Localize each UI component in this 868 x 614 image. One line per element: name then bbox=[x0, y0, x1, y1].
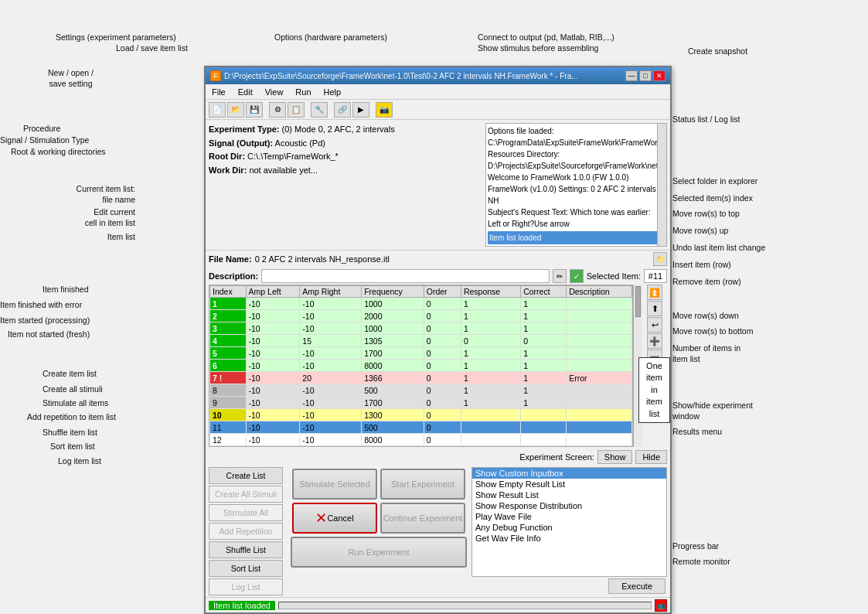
menu-edit[interactable]: Edit bbox=[235, 87, 256, 97]
scroll-thumb bbox=[635, 286, 641, 317]
remote-monitor-icon[interactable]: 📺 bbox=[655, 599, 667, 612]
close-button[interactable]: ✕ bbox=[653, 70, 665, 81]
edit-cell-annotation: Edit current cell in item list bbox=[43, 207, 135, 228]
log-scrollbar[interactable] bbox=[657, 124, 666, 246]
load-save-list-button[interactable]: 📋 bbox=[288, 102, 305, 118]
menu-view[interactable]: View bbox=[262, 87, 287, 97]
results-menu-item[interactable]: Show Custom Inputbox bbox=[472, 468, 666, 479]
create-list-button[interactable]: Create List bbox=[209, 467, 283, 484]
item-started-annotation: Item started (processing) bbox=[0, 316, 90, 326]
folder-browse-button[interactable]: 📁 bbox=[653, 252, 667, 266]
description-input[interactable] bbox=[261, 269, 549, 283]
confirm-edit-button[interactable]: ✓ bbox=[570, 269, 584, 283]
run-experiment-button[interactable]: Run Experiment bbox=[291, 537, 467, 568]
hide-experiment-button[interactable]: Hide bbox=[635, 450, 667, 464]
procedure-annotation: Procedure bbox=[23, 124, 60, 135]
sort-list-button[interactable]: Sort List bbox=[209, 560, 283, 577]
connect-output-button[interactable]: 🔗 bbox=[334, 102, 351, 118]
log-line-4: FrameWork (v1.0.0) Settings: 0 2 AFC 2 i… bbox=[488, 183, 665, 206]
table-row[interactable]: 12-10-1080000 bbox=[210, 434, 632, 446]
progress-bar-annotation: Progress bar bbox=[672, 541, 719, 552]
add-repetition-button[interactable]: Add Repetition bbox=[209, 523, 283, 540]
table-row[interactable]: 8-10-10500011 bbox=[210, 384, 632, 397]
file-name-row: File Name: 0 2 AFC 2 intervals NH_respon… bbox=[206, 250, 670, 268]
work-dir-row: Work Dir: not available yet... bbox=[209, 164, 482, 178]
move-top-annotation: Move row(s) to top bbox=[672, 209, 740, 220]
title-bar-controls[interactable]: — □ ✕ bbox=[625, 70, 665, 81]
table-row[interactable]: 6-10-108000011 bbox=[210, 360, 632, 372]
log-annotation: Log item list bbox=[58, 456, 101, 467]
move-top-button[interactable]: ⏫ bbox=[647, 285, 662, 300]
current-item-list-annotation: Current item list: file name bbox=[43, 184, 135, 205]
maximize-button[interactable]: □ bbox=[639, 70, 652, 81]
root-working-annotation: Root & working directories bbox=[11, 147, 106, 158]
save-button[interactable]: 💾 bbox=[246, 102, 263, 118]
log-list-button[interactable]: Log List bbox=[209, 578, 283, 595]
menu-help[interactable]: Help bbox=[321, 87, 345, 97]
selected-item-input[interactable] bbox=[644, 269, 667, 283]
results-menu-item[interactable]: Play Wave File bbox=[472, 511, 666, 522]
center-row-3: Run Experiment bbox=[291, 537, 467, 568]
table-row[interactable]: 1-10-101000011 bbox=[210, 298, 632, 310]
table-row[interactable]: 3-10-101000011 bbox=[210, 322, 632, 335]
menu-run[interactable]: Run bbox=[292, 87, 314, 97]
col-index: Index bbox=[210, 286, 247, 298]
log-line-5: Subject's Request Text: Which tone was e… bbox=[488, 206, 665, 230]
results-menu-list: Show Custom InputboxShow Empty Result Li… bbox=[471, 467, 667, 577]
continue-experiment-button[interactable]: Continue Experiment bbox=[380, 503, 465, 534]
experiment-screen-row: Experiment Screen: Show Hide bbox=[206, 449, 670, 466]
table-row[interactable]: 7 !-10201366011Error bbox=[210, 372, 632, 384]
table-row[interactable]: 10-10-1013000 bbox=[210, 409, 632, 421]
options-button[interactable]: 🔧 bbox=[311, 102, 328, 118]
stimulate-selected-button[interactable]: Stimulate Selected bbox=[292, 469, 377, 500]
execute-button[interactable]: Execute bbox=[608, 578, 665, 594]
create-all-stimuli-annotation: Create all stimuli bbox=[43, 384, 103, 395]
move-up-button[interactable]: ⬆ bbox=[647, 301, 662, 316]
results-menu-item[interactable]: Show Response Distribution bbox=[472, 500, 666, 511]
table-row[interactable]: 11-10-105000 bbox=[210, 421, 632, 434]
settings-annotation: Settings (experiment parameters) bbox=[56, 32, 176, 43]
item-not-started-annotation: Item not started (fresh) bbox=[8, 329, 90, 340]
menu-file[interactable]: File bbox=[209, 87, 229, 97]
left-buttons: Create List Create All Stimuli Stimulate… bbox=[209, 467, 286, 595]
col-frequency: Frequency bbox=[362, 286, 424, 298]
create-snapshot-annotation: Create snapshot bbox=[688, 46, 747, 57]
insert-row-button[interactable]: ➕ bbox=[647, 333, 662, 349]
selected-index-annotation: Selected item(s) index bbox=[672, 193, 753, 204]
shuffle-list-button[interactable]: Shuffle List bbox=[209, 541, 283, 558]
main-window: F D:\Projects\ExpSuite\Sourceforge\Frame… bbox=[204, 66, 672, 614]
item-table-wrapper: Index Amp Left Amp Right Frequency Order… bbox=[209, 285, 633, 447]
results-menu-item[interactable]: Any Debug Function bbox=[472, 522, 666, 533]
stimulate-all-button[interactable]: Stimulate All bbox=[209, 504, 283, 521]
show-stimulus-button[interactable]: ▶ bbox=[352, 102, 369, 118]
settings-button[interactable]: ⚙ bbox=[269, 102, 286, 118]
table-row[interactable]: 9-10-101700011 bbox=[210, 397, 632, 409]
center-controls: Stimulate Selected Start Experiment ✕ Ca… bbox=[289, 467, 468, 595]
results-menu-item[interactable]: Show Empty Result List bbox=[472, 479, 666, 489]
start-experiment-button[interactable]: Start Experiment bbox=[380, 469, 465, 500]
item-list-annotation: Item list bbox=[43, 232, 135, 243]
table-row[interactable]: 5-10-101700011 bbox=[210, 347, 632, 360]
results-menu-item[interactable]: Get Wav File Info bbox=[472, 533, 666, 544]
new-button[interactable]: 📄 bbox=[209, 102, 226, 118]
open-button[interactable]: 📂 bbox=[227, 102, 244, 118]
signal-stim-annotation: Signal / Stimulation Type bbox=[0, 135, 89, 146]
table-row[interactable]: 2-10-102000011 bbox=[210, 310, 632, 322]
edit-description-button[interactable]: ✏ bbox=[553, 269, 567, 283]
cancel-button[interactable]: ✕ Cancel bbox=[292, 503, 377, 534]
undo-button[interactable]: ↩ bbox=[647, 317, 662, 333]
minimize-button[interactable]: — bbox=[625, 70, 638, 81]
item-finished-annotation: Item finished bbox=[43, 285, 89, 295]
results-menu-item[interactable]: Show Result List bbox=[472, 489, 666, 500]
info-left: Experiment Type: (0) Mode 0, 2 AFC, 2 in… bbox=[209, 123, 482, 247]
col-response: Response bbox=[461, 286, 520, 298]
show-experiment-button[interactable]: Show bbox=[597, 450, 633, 464]
options-annotation: Options (hardware parameters) bbox=[274, 32, 387, 43]
item-finished-error-annotation: Item finished with error bbox=[0, 300, 82, 311]
snapshot-button[interactable]: 📷 bbox=[376, 102, 393, 118]
create-all-stimuli-button[interactable]: Create All Stimuli bbox=[209, 486, 283, 503]
table-row[interactable]: 4-10151305000 bbox=[210, 335, 632, 347]
show-hide-exp-annotation: Show/hide experiment window bbox=[672, 401, 757, 421]
center-row-1: Stimulate Selected Start Experiment bbox=[292, 469, 465, 500]
table-area: Index Amp Left Amp Right Frequency Order… bbox=[206, 285, 670, 449]
